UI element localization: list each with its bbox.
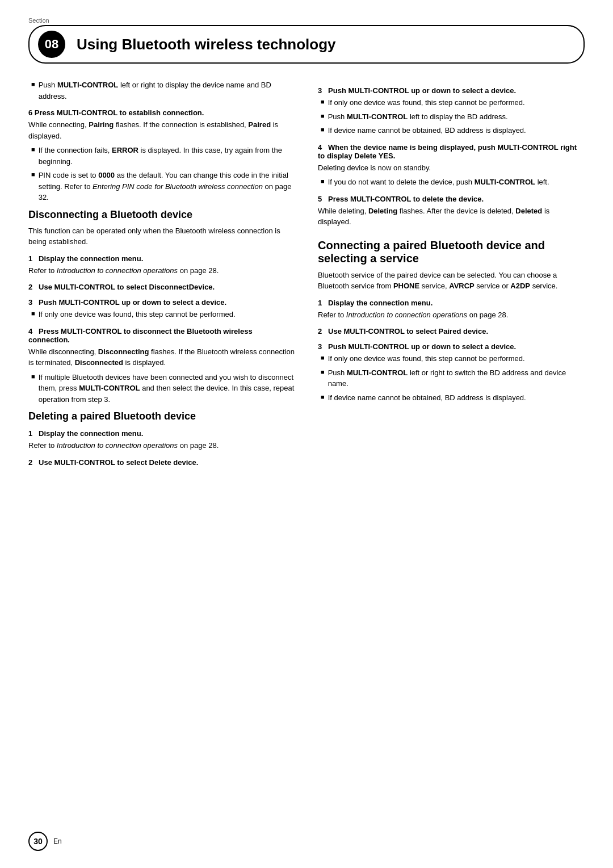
disconnect-intro: This function can be operated only when … (28, 225, 295, 248)
delete-step4-heading: 4 When the device name is being displaye… (318, 143, 585, 160)
chapter-header: 08 Using Bluetooth wireless technology (28, 25, 585, 64)
connect-paired-intro: Bluetooth service of the paired device c… (318, 270, 585, 292)
delete-step5-body: While deleting, Deleting flashes. After … (318, 206, 585, 228)
delete-step3-bullet-3: ■ If device name cannot be obtained, BD … (318, 125, 585, 136)
connect-step3-heading: 3 Push MULTI-CONTROL up or down to selec… (318, 342, 585, 351)
chapter-title: Using Bluetooth wireless technology (77, 36, 336, 53)
bullet-icon: ■ (321, 112, 325, 119)
delete-step3-heading: 3 Push MULTI-CONTROL up or down to selec… (318, 86, 585, 95)
page-footer: 30 En (28, 832, 62, 851)
bullet-icon: ■ (321, 126, 325, 133)
connect-step3-bullet-3: ■ If device name cannot be obtained, BD … (318, 392, 585, 404)
disconnect-step1-heading: 1 Display the connection menu. (28, 254, 295, 263)
delete-step3-bullet-1: ■ If only one device was found, this ste… (318, 97, 585, 108)
disconnect-step3-bullet-1: ■ If only one device was found, this ste… (28, 309, 295, 320)
connect-step2-heading: 2 Use MULTI-CONTROL to select Paired dev… (318, 327, 585, 336)
bullet-icon: ■ (321, 393, 325, 400)
page: Section 08 Using Bluetooth wireless tech… (0, 0, 613, 868)
connect-paired-section: Connecting a paired Bluetooth device and… (318, 239, 585, 404)
step6-bullet-1: ■ If the connection fails, ERROR is disp… (28, 145, 295, 167)
disconnect-step3-heading: 3 Push MULTI-CONTROL up or down to selec… (28, 298, 295, 307)
delete-step5-heading: 5 Press MULTI-CONTROL to delete the devi… (318, 195, 585, 203)
step6-heading: 6 Press MULTI-CONTROL to establish conne… (28, 108, 295, 117)
step6-bullet-2: ■ PIN code is set to 0000 as the default… (28, 170, 295, 203)
chapter-number: 08 (38, 31, 65, 58)
bullet-icon: ■ (321, 178, 325, 184)
delete-heading: Deleting a paired Bluetooth device (28, 410, 295, 422)
language-label: En (53, 837, 62, 845)
disconnect-step4-bullet-1: ■ If multiple Bluetooth devices have bee… (28, 372, 295, 405)
delete-step2-heading: 2 Use MULTI-CONTROL to select Delete dev… (28, 458, 295, 467)
delete-step1-heading: 1 Display the connection menu. (28, 429, 295, 438)
disconnect-step2-heading: 2 Use MULTI-CONTROL to select Disconnect… (28, 283, 295, 291)
connect-step3-bullet-1: ■ If only one device was found, this ste… (318, 353, 585, 364)
connect-step3-bullet-2-text: Push MULTI-CONTROL left or right to swit… (328, 367, 585, 389)
disconnect-heading: Disconnecting a Bluetooth device (28, 209, 295, 221)
disconnect-step4-body: While disconnecting, Disconnecting flash… (28, 346, 295, 368)
disconnect-step4-bullet-1-text: If multiple Bluetooth devices have been … (39, 372, 295, 405)
connect-paired-heading: Connecting a paired Bluetooth device and… (318, 239, 585, 265)
two-column-layout: ■ Push MULTI-CONTROL left or right to di… (28, 79, 585, 469)
delete-step4-bullet-1: ■ If you do not want to delete the devic… (318, 177, 585, 188)
disconnect-step4-heading: 4 Press MULTI-CONTROL to disconnect the … (28, 327, 295, 344)
delete-step3-bullet-3-text: If device name cannot be obtained, BD ad… (328, 125, 585, 136)
bullet-icon: ■ (31, 310, 35, 317)
intro-bullet-1: ■ Push MULTI-CONTROL left or right to di… (28, 79, 295, 102)
connect-step3-bullet-1-text: If only one device was found, this step … (328, 353, 585, 364)
connect-step1-heading: 1 Display the connection menu. (318, 299, 585, 307)
bullet-icon: ■ (321, 98, 325, 105)
bullet-icon: ■ (31, 373, 35, 380)
step6-bullet-1-text: If the connection fails, ERROR is displa… (39, 145, 295, 167)
step6-bullet-2-text: PIN code is set to 0000 as the default. … (39, 170, 295, 203)
bullet-icon: ■ (31, 146, 35, 153)
connect-step1-body: Refer to Introduction to connection oper… (318, 309, 585, 321)
right-column: 3 Push MULTI-CONTROL up or down to selec… (318, 79, 585, 469)
disconnect-step1-body: Refer to Introduction to connection oper… (28, 265, 295, 276)
intro-bullet-text: Push MULTI-CONTROL left or right to disp… (39, 79, 295, 102)
delete-step1-body: Refer to Introduction to connection oper… (28, 440, 295, 451)
delete-step4-body: Deleting device is now on standby. (318, 162, 585, 174)
bullet-icon: ■ (31, 81, 35, 87)
bullet-icon: ■ (321, 354, 325, 361)
connect-step3-bullet-2: ■ Push MULTI-CONTROL left or right to sw… (318, 367, 585, 389)
bullet-icon: ■ (321, 368, 325, 375)
left-column: ■ Push MULTI-CONTROL left or right to di… (28, 79, 295, 469)
delete-step3-bullet-1-text: If only one device was found, this step … (328, 97, 585, 108)
delete-step4-bullet-1-text: If you do not want to delete the device,… (328, 177, 585, 188)
section-label: Section (28, 17, 585, 24)
page-number: 30 (28, 832, 48, 851)
connect-step3-bullet-3-text: If device name cannot be obtained, BD ad… (328, 392, 585, 404)
step6-body: While connecting, Pairing flashes. If th… (28, 119, 295, 141)
delete-step3-bullet-2: ■ Push MULTI-CONTROL left to display the… (318, 111, 585, 123)
bullet-icon: ■ (31, 171, 35, 178)
disconnect-step3-bullet-1-text: If only one device was found, this step … (39, 309, 295, 320)
delete-step3-bullet-2-text: Push MULTI-CONTROL left to display the B… (328, 111, 585, 123)
